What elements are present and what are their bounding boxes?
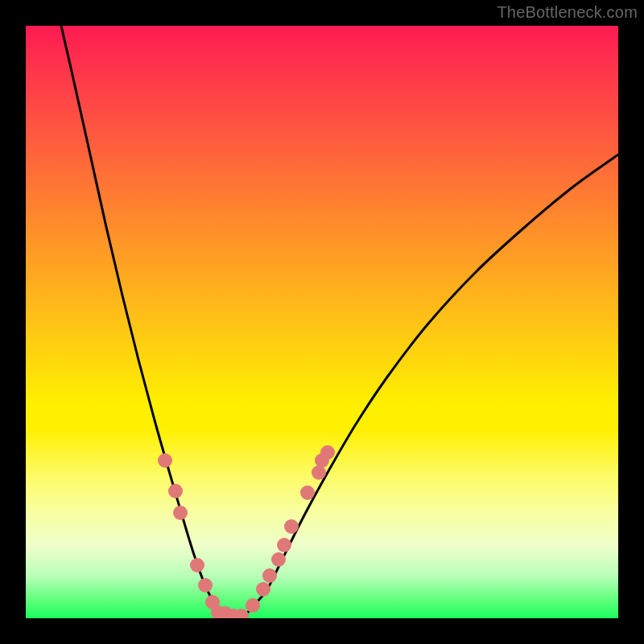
bottom-dots: [158, 445, 335, 618]
watermark-label: TheBottleneck.com: [497, 3, 638, 22]
right-curve: [245, 155, 618, 616]
left-curve: [61, 26, 225, 616]
data-dot: [173, 506, 188, 520]
data-dot: [256, 582, 270, 597]
chart-frame: TheBottleneck.com: [0, 0, 644, 644]
data-dot: [158, 453, 172, 468]
data-dot: [262, 568, 277, 583]
data-dot: [277, 538, 291, 552]
data-dot: [320, 445, 335, 460]
data-dot: [300, 485, 315, 500]
data-dot: [168, 484, 183, 498]
data-dot: [190, 558, 204, 572]
data-dot: [198, 578, 213, 592]
chart-svg: [26, 26, 618, 618]
data-dot: [271, 552, 286, 567]
data-dot: [284, 519, 299, 534]
plot-area: [26, 26, 618, 618]
data-dot: [246, 598, 260, 613]
